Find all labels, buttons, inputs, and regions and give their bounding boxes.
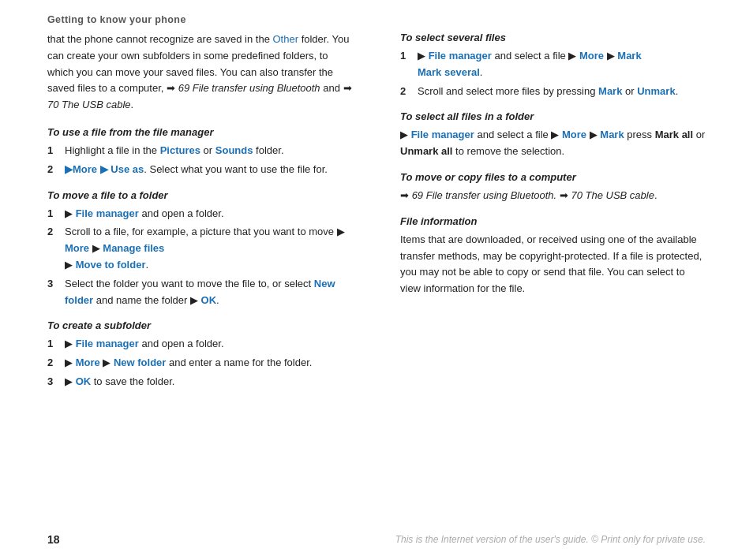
step-3-3: 3 ▶ OK to save the folder.	[47, 374, 353, 390]
intro-ref-arrow1: ➡	[167, 82, 175, 94]
intro-ref2: 70 The USB cable	[47, 99, 131, 110]
step-3-2: 2 ▶ More ▶ New folder and enter a name f…	[47, 355, 353, 371]
r-section2-body: ▶ File manager and select a file ▶ More …	[400, 127, 706, 160]
r-step-1-2: 2 Scroll and select more files by pressi…	[400, 84, 706, 100]
unmark-all-link: Unmark all	[400, 145, 452, 157]
step-1-2: 2 ▶More ▶ Use as. Select what you want t…	[47, 162, 353, 178]
mark-all-link: Mark all	[655, 129, 693, 140]
page-number: 18	[47, 533, 60, 546]
section2-title: To move a file to a folder	[47, 189, 353, 201]
header-title: Getting to know your phone	[47, 14, 186, 25]
section3-title: To create a subfolder	[47, 319, 353, 331]
file-manager-link-2: File manager	[76, 338, 139, 349]
intro-paragraph: that the phone cannot recognize are save…	[47, 32, 353, 114]
r-section4-body: Items that are downloaded, or received u…	[400, 232, 706, 297]
r-section2-title: To select all files in a folder	[400, 110, 706, 122]
ok-link-1: OK	[201, 294, 217, 306]
ok-link-2: OK	[76, 375, 92, 387]
r-section3-ref1: 69 File transfer using Bluetooth.	[412, 189, 557, 201]
r-step-1-1: 1 ▶ File manager and select a file ▶ Mor…	[400, 48, 706, 81]
pictures-link: Pictures	[160, 144, 200, 156]
intro-ref1: 69 File transfer using Bluetooth	[178, 82, 320, 94]
manage-files-link: Manage files	[103, 242, 164, 254]
step-2-1: 1 ▶ File manager and open a folder.	[47, 206, 353, 222]
section2-steps: 1 ▶ File manager and open a folder. 2 Sc…	[47, 206, 353, 309]
intro-link1: Other	[273, 33, 299, 45]
section3-steps: 1 ▶ File manager and open a folder. 2 ▶ …	[47, 336, 353, 390]
page-footer: 18 This is the Internet version of the u…	[0, 533, 753, 546]
r-section4-title: File information	[400, 215, 706, 227]
mark-link-2: Mark	[598, 85, 622, 97]
step-1-1: 1 Highlight a file in the Pictures or So…	[47, 143, 353, 159]
mark-several-link: Mark several	[418, 66, 480, 78]
content-area: that the phone cannot recognize are save…	[0, 32, 753, 397]
new-folder-link-1: New folder	[65, 278, 335, 306]
step-3-1: 1 ▶ File manager and open a folder.	[47, 336, 353, 353]
step-2-3: 3 Select the folder you want to move the…	[47, 276, 353, 309]
page: Getting to know your phone that the phon…	[0, 0, 753, 560]
sounds-link: Sounds	[215, 144, 253, 156]
use-as-link: ▶ Use as	[100, 163, 144, 175]
unmark-link: Unmark	[637, 85, 675, 97]
r-section3-body: ➡ 69 File transfer using Bluetooth. ➡ 70…	[400, 188, 706, 204]
left-column: that the phone cannot recognize are save…	[47, 32, 361, 397]
file-manager-link-3: File manager	[429, 50, 492, 62]
r-section3-ref2: 70 The USB cable	[571, 189, 654, 201]
file-manager-link-4: File manager	[411, 129, 474, 140]
intro-ref-arrow2: ➡	[343, 82, 352, 94]
footer-note: This is the Internet version of the user…	[395, 534, 706, 545]
move-to-folder-link: Move to folder	[76, 259, 146, 271]
step-2-2: 2 Scroll to a file, for example, a pictu…	[47, 224, 353, 273]
more-link-5: More	[562, 129, 586, 140]
r-section3-title: To move or copy files to a computer	[400, 171, 706, 183]
file-manager-link-1: File manager	[76, 207, 139, 219]
more-link-3: More	[76, 357, 100, 368]
section1-title: To use a file from the file manager	[47, 126, 353, 138]
more-link-1: ▶More	[65, 163, 97, 175]
more-link-4: More	[579, 50, 604, 62]
r-section1-steps: 1 ▶ File manager and select a file ▶ Mor…	[400, 48, 706, 99]
right-column: To select several files 1 ▶ File manager…	[392, 32, 706, 397]
intro-text1: that the phone cannot recognize are save…	[47, 33, 270, 45]
mark-link-1: Mark	[617, 50, 641, 62]
new-folder-link-2: New folder	[114, 357, 166, 368]
r-section1-title: To select several files	[400, 32, 706, 43]
more-link-2: More	[65, 242, 89, 254]
mark-link-3: Mark	[600, 129, 624, 140]
section1-steps: 1 Highlight a file in the Pictures or So…	[47, 143, 353, 178]
page-header: Getting to know your phone	[0, 0, 753, 32]
